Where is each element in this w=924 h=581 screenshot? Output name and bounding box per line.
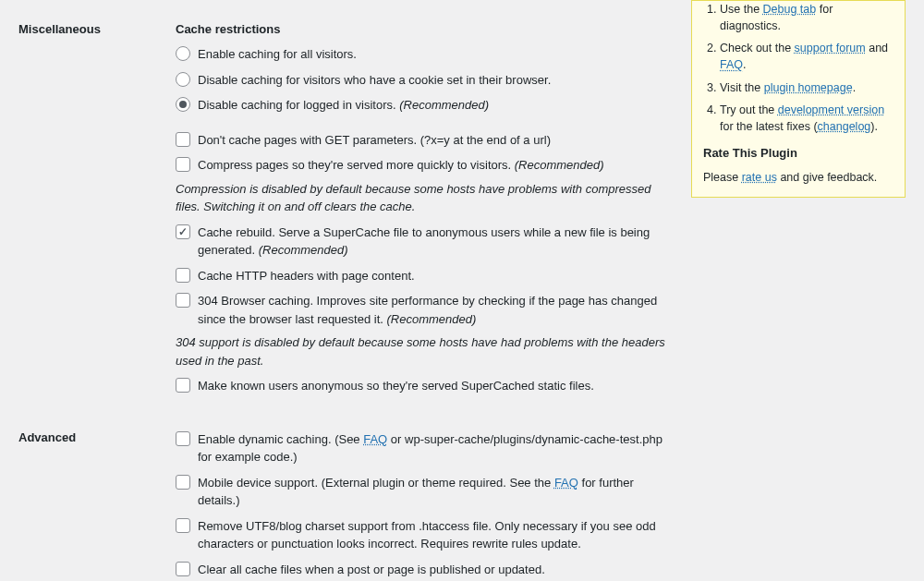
chk-compress-pages[interactable]: Compress pages so they're served more qu… xyxy=(176,156,670,175)
chk-dont-cache-get[interactable]: Don't cache pages with GET parameters. (… xyxy=(176,131,670,150)
radio-icon[interactable] xyxy=(176,72,190,87)
radio-enable-caching-all[interactable]: Enable caching for all visitors. xyxy=(176,45,670,64)
radio-icon[interactable] xyxy=(176,46,190,61)
recommended-label: (Recommended) xyxy=(387,312,477,326)
note-304: 304 support is disabled by default becau… xyxy=(176,333,670,369)
link-debug-tab[interactable]: Debug tab xyxy=(763,3,817,16)
chk-remove-utf8[interactable]: Remove UTF8/blog charset support from .h… xyxy=(176,517,670,553)
recommended-label: (Recommended) xyxy=(515,158,604,172)
radio-disable-caching-cookie[interactable]: Disable caching for visitors who have a … xyxy=(176,71,670,90)
section-body-advanced: Enable dynamic caching. (See FAQ or wp-s… xyxy=(176,430,670,582)
section-body-miscellaneous: Cache restrictions Enable caching for al… xyxy=(176,22,670,403)
section-advanced: Advanced Enable dynamic caching. (See FA… xyxy=(18,421,670,582)
link-support-forum[interactable]: support forum xyxy=(795,42,866,54)
checkbox-icon[interactable] xyxy=(176,431,190,446)
link-rate-us[interactable]: rate us xyxy=(742,171,777,184)
cache-restrictions-title: Cache restrictions xyxy=(176,22,670,36)
checkbox-icon[interactable] xyxy=(176,378,190,393)
radio-icon[interactable] xyxy=(176,97,190,112)
rate-plugin-text: Please rate us and give feedback. xyxy=(703,169,894,186)
checkbox-icon[interactable] xyxy=(176,562,190,576)
tip-dev-version: Try out the development version for the … xyxy=(720,102,894,135)
tip-homepage: Visit the plugin homepage. xyxy=(720,79,894,96)
link-changelog[interactable]: changelog xyxy=(818,120,871,133)
sidebar-tips-list: Use the Debug tab for diagnostics. Check… xyxy=(703,1,894,135)
radio-disable-caching-logged-in[interactable]: Disable caching for logged in visitors. … xyxy=(176,96,670,115)
chk-known-users-anonymous[interactable]: Make known users anonymous so they're se… xyxy=(176,377,670,395)
link-development-version[interactable]: development version xyxy=(778,103,884,116)
recommended-label: (Recommended) xyxy=(259,243,348,257)
note-compression: Compression is disabled by default becau… xyxy=(176,180,670,216)
section-label-advanced: Advanced xyxy=(18,430,176,582)
checkbox-icon[interactable] xyxy=(176,268,190,283)
checkbox-icon[interactable] xyxy=(176,157,190,172)
checkbox-icon[interactable] xyxy=(176,132,190,147)
sidebar-help-box: Use the Debug tab for diagnostics. Check… xyxy=(691,0,906,198)
recommended-label: (Recommended) xyxy=(399,98,489,112)
chk-dynamic-caching[interactable]: Enable dynamic caching. (See FAQ or wp-s… xyxy=(176,430,670,466)
checkbox-icon[interactable] xyxy=(176,224,190,239)
chk-mobile-support[interactable]: Mobile device support. (External plugin … xyxy=(176,474,670,510)
chk-cache-http-headers[interactable]: Cache HTTP headers with page content. xyxy=(176,267,670,285)
link-faq[interactable]: FAQ xyxy=(554,476,578,490)
chk-clear-cache-on-publish[interactable]: Clear all cache files when a post or pag… xyxy=(176,561,670,579)
tip-debug: Use the Debug tab for diagnostics. xyxy=(720,1,894,34)
checkbox-icon[interactable] xyxy=(176,293,190,308)
tip-support: Check out the support forum and FAQ. xyxy=(720,40,894,73)
section-miscellaneous: Miscellaneous Cache restrictions Enable … xyxy=(18,0,670,403)
rate-plugin-heading: Rate This Plugin xyxy=(703,146,894,160)
chk-304-browser-caching[interactable]: 304 Browser caching. Improves site perfo… xyxy=(176,292,670,328)
link-faq[interactable]: FAQ xyxy=(720,58,743,71)
section-label-miscellaneous: Miscellaneous xyxy=(18,22,176,403)
chk-cache-rebuild[interactable]: Cache rebuild. Serve a SuperCache file t… xyxy=(176,224,670,260)
checkbox-icon[interactable] xyxy=(176,518,190,533)
link-faq[interactable]: FAQ xyxy=(363,432,387,446)
checkbox-icon[interactable] xyxy=(176,475,190,490)
link-plugin-homepage[interactable]: plugin homepage xyxy=(764,81,853,94)
